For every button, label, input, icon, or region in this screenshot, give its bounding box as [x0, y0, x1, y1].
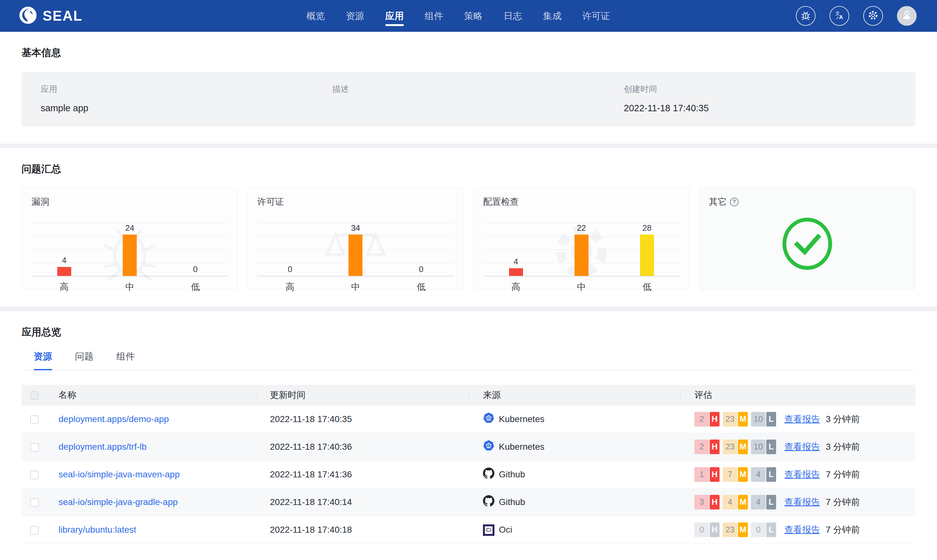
nav-item-0[interactable]: 概览: [307, 0, 325, 32]
resource-link[interactable]: seal-io/simple-java-maven-app: [59, 469, 180, 479]
nav-item-6[interactable]: 集成: [543, 0, 561, 32]
app-overview-title: 应用总览: [22, 325, 915, 339]
bar-value-label: 4: [62, 255, 66, 265]
time-ago-label: 7 分钟前: [826, 524, 860, 536]
view-report-link[interactable]: 查看报告: [784, 524, 820, 536]
table-row-0: deployment.apps/demo-app2022-11-18 17:40…: [22, 405, 915, 433]
nav-item-7[interactable]: 许可证: [583, 0, 610, 32]
category-label: 中: [323, 281, 388, 293]
tab-1[interactable]: 问题: [75, 350, 94, 370]
high-letter: H: [710, 495, 720, 509]
oci-icon: Ci: [483, 524, 495, 536]
high-letter: H: [710, 523, 720, 537]
view-report-link[interactable]: 查看报告: [784, 468, 820, 480]
source-cell: Kubernetes: [469, 433, 680, 460]
issue-summary-section: 问题汇总 漏洞4240高中低许可证0340高中低配置检查42228高中低 其它 …: [0, 148, 937, 307]
assessment-cell: 3H4M4L查看报告7 分钟前: [680, 488, 915, 516]
bars: 4240: [31, 223, 228, 276]
low-count: 10: [751, 440, 766, 454]
bar-column-高: 0: [257, 223, 323, 276]
oci-logo-icon: Ci: [483, 525, 495, 536]
resource-link[interactable]: library/ubuntu:latest: [59, 525, 136, 535]
bar: [575, 235, 589, 276]
bar-value-label: 28: [642, 223, 652, 233]
settings-button[interactable]: [863, 6, 883, 26]
source-cell: CiOci: [469, 516, 680, 543]
nav-item-2[interactable]: 应用: [385, 0, 404, 32]
github-icon: [483, 468, 495, 481]
header-assessment: 评估: [680, 385, 915, 405]
bar-value-label: 22: [577, 223, 586, 233]
tab-2[interactable]: 组件: [116, 350, 135, 370]
app-overview-section: 应用总览 资源问题组件 名称 更新时间 来源 评估 deployment.app…: [0, 311, 937, 560]
tab-0[interactable]: 资源: [34, 350, 52, 370]
row-checkbox[interactable]: [30, 498, 39, 507]
source: Kubernetes: [483, 412, 680, 426]
resource-link[interactable]: seal-io/simple-java-gradle-app: [59, 497, 178, 507]
bar-chart: 42228: [483, 223, 680, 277]
medium-severity-badge: 23M: [723, 523, 748, 537]
nav-item-1[interactable]: 资源: [346, 0, 364, 32]
kubernetes-icon: [483, 440, 495, 454]
bar-column-低: 0: [162, 223, 228, 276]
source-cell: Kubernetes: [469, 405, 680, 433]
assessment-badges: 2H23M10L查看报告3 分钟前: [694, 412, 915, 426]
row-checkbox[interactable]: [30, 443, 39, 452]
source: Github: [483, 495, 680, 509]
bar-value-label: 24: [125, 223, 134, 233]
success-check-icon: [782, 218, 833, 271]
medium-letter: M: [738, 495, 748, 509]
assessment-badges: 0H23M0L查看报告7 分钟前: [694, 523, 915, 537]
high-count: 3: [694, 495, 709, 509]
low-letter: L: [766, 440, 776, 454]
user-avatar-button[interactable]: [897, 6, 917, 26]
source-label: Oci: [499, 525, 512, 535]
view-report-link[interactable]: 查看报告: [784, 496, 820, 508]
resource-name-cell: seal-io/simple-java-maven-app: [47, 460, 256, 488]
low-count: 4: [751, 467, 766, 482]
category-label: 高: [31, 281, 97, 293]
row-checkbox-cell: [22, 516, 47, 543]
issue-card-title: 配置检查: [483, 196, 680, 208]
bug-icon: [800, 10, 811, 22]
user-icon: [901, 9, 912, 22]
overview-tabs: 资源问题组件: [22, 350, 915, 370]
issue-card-title: 漏洞: [31, 196, 228, 208]
resource-name-cell: library/ubuntu:latest: [47, 516, 256, 543]
bar-value-label: 4: [513, 257, 518, 266]
resource-link[interactable]: deployment.apps/trf-lb: [59, 442, 146, 452]
source-label: Github: [499, 469, 525, 480]
high-severity-badge: 0H: [694, 523, 720, 537]
brand[interactable]: SEAL: [19, 6, 82, 25]
high-severity-badge: 2H: [694, 412, 720, 426]
nav-item-3[interactable]: 组件: [425, 0, 443, 32]
updated-time-cell: 2022-11-18 17:41:36: [256, 460, 469, 488]
low-severity-badge: 0L: [751, 523, 776, 537]
nav-item-4[interactable]: 策略: [464, 0, 482, 32]
bar: [348, 235, 362, 276]
bar-value-label: 0: [419, 265, 423, 274]
assessment-cell: 2H23M10L查看报告3 分钟前: [680, 433, 915, 460]
medium-letter: M: [738, 523, 748, 537]
help-icon[interactable]: ?: [730, 198, 738, 206]
language-button[interactable]: 文 A: [829, 6, 849, 26]
debug-bug-button[interactable]: [796, 6, 815, 26]
row-checkbox[interactable]: [30, 415, 39, 424]
row-checkbox[interactable]: [30, 471, 39, 479]
medium-severity-badge: 4M: [723, 495, 748, 509]
header-updated: 更新时间: [256, 385, 469, 405]
select-all-checkbox[interactable]: [30, 391, 39, 400]
bar-column-中: 24: [97, 223, 162, 276]
low-letter: L: [766, 412, 776, 426]
row-checkbox[interactable]: [30, 526, 39, 535]
row-checkbox-cell: [22, 488, 47, 516]
resource-link[interactable]: deployment.apps/demo-app: [59, 414, 169, 424]
nav-item-5[interactable]: 日志: [504, 0, 522, 32]
view-report-link[interactable]: 查看报告: [784, 441, 820, 453]
github-icon: [483, 495, 495, 509]
medium-severity-badge: 23M: [723, 440, 748, 454]
low-count: 0: [751, 523, 766, 537]
view-report-link[interactable]: 查看报告: [784, 413, 820, 425]
category-labels: 高中低: [257, 281, 454, 293]
high-count: 2: [694, 440, 709, 454]
